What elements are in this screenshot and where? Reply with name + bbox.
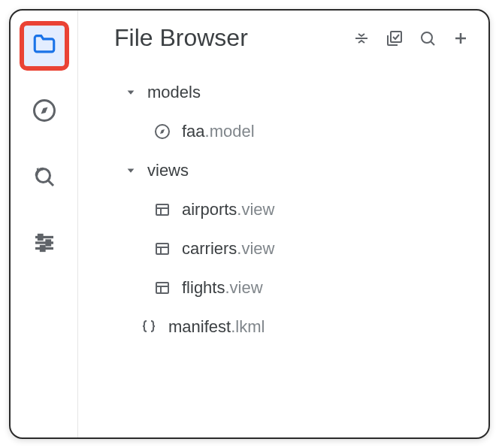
table-icon (152, 199, 173, 220)
history-tab[interactable] (20, 153, 69, 203)
file-label: faa.model (182, 122, 255, 141)
explore-tab[interactable] (20, 87, 69, 137)
file-browser-tab[interactable] (20, 21, 69, 71)
braces-icon (138, 316, 159, 338)
folder-views-children: airports.view carriers.view flights.view (123, 190, 470, 307)
main-panel: File Browser (78, 11, 488, 437)
folder-icon (32, 32, 57, 60)
panel-title: File Browser (114, 24, 248, 52)
svg-line-2 (48, 180, 53, 186)
sliders-icon (31, 229, 58, 259)
file-label: carriers.view (182, 239, 274, 259)
folder-label: views (147, 161, 189, 180)
bulk-select-button[interactable] (385, 29, 404, 48)
svg-line-12 (431, 41, 435, 45)
panel-header: File Browser (92, 24, 470, 52)
refresh-search-icon (31, 163, 58, 193)
svg-rect-8 (41, 247, 44, 251)
compass-icon (31, 97, 58, 127)
file-tree: models faa.model views (92, 73, 470, 347)
header-actions (352, 29, 470, 48)
file-faa-model[interactable]: faa.model (152, 112, 470, 151)
settings-tab[interactable] (20, 219, 69, 269)
file-label: flights.view (182, 278, 263, 298)
svg-point-11 (422, 32, 432, 43)
file-airports-view[interactable]: airports.view (152, 190, 470, 229)
folder-models-children: faa.model (123, 112, 470, 151)
compass-icon (152, 121, 173, 142)
svg-rect-7 (47, 241, 50, 245)
file-label: airports.view (182, 200, 274, 219)
chevron-down-icon (123, 85, 138, 100)
add-button[interactable] (451, 29, 470, 48)
table-icon (152, 277, 173, 298)
file-manifest-lkml[interactable]: manifest.lkml (123, 307, 470, 347)
file-label: manifest.lkml (168, 317, 265, 337)
svg-rect-22 (156, 283, 168, 293)
file-flights-view[interactable]: flights.view (152, 268, 470, 307)
svg-rect-10 (391, 32, 401, 42)
table-icon (152, 238, 173, 259)
left-rail (11, 11, 78, 437)
svg-rect-19 (156, 244, 168, 254)
search-button[interactable] (418, 29, 437, 48)
file-browser-window: File Browser (9, 9, 490, 439)
folder-label: models (147, 83, 201, 102)
svg-rect-16 (156, 204, 168, 215)
file-carriers-view[interactable]: carriers.view (152, 229, 470, 268)
folder-views[interactable]: views (123, 151, 470, 190)
collapse-all-button[interactable] (352, 29, 371, 48)
chevron-down-icon (123, 163, 138, 178)
folder-models[interactable]: models (123, 73, 470, 112)
svg-rect-6 (38, 235, 42, 240)
